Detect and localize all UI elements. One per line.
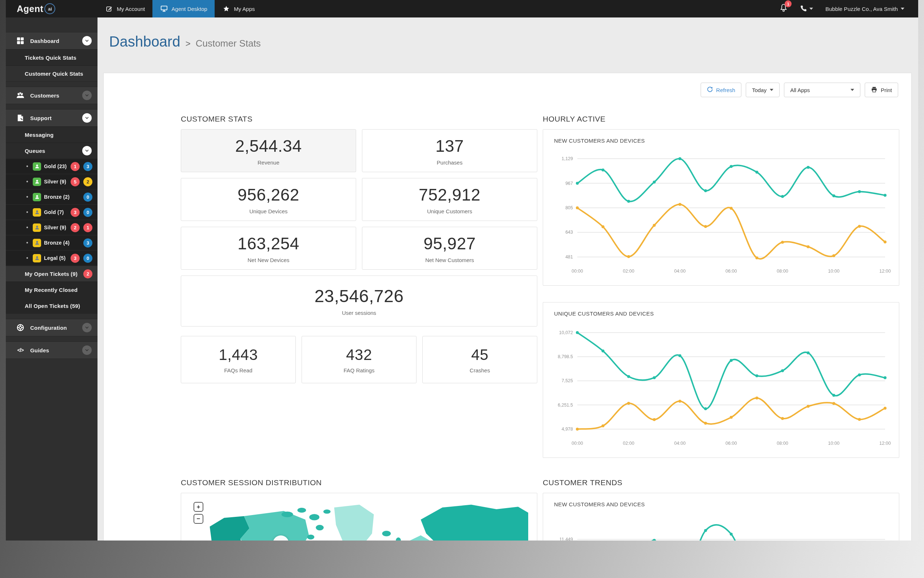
new-customers-devices-panel: NEW CUSTOMERS AND DEVICES 4816438059671,… [543,129,899,286]
stat-card-net-new-customers[interactable]: 95,927 Net New Customers [362,227,537,270]
sidebar-item-label: Dashboard [30,38,59,44]
sidebar-item-my-open-tickets[interactable]: My Open Tickets (9) 2 [6,266,97,282]
sidebar-item-label: Tickets Quick Stats [25,55,76,61]
sidebar-item-guides[interactable]: </> Guides [6,341,97,359]
sidebar-queue-legal-5[interactable]: • Legal (5) 3 0 [6,250,97,266]
queue-label: Bronze (2) [44,194,70,200]
stat-card-unique-devices[interactable]: 956,262 Unique Devices [181,178,356,221]
svg-text:11,449: 11,449 [560,537,573,541]
support-doc-icon [16,114,25,122]
sidebar-item-all-open-tickets[interactable]: All Open Tickets (59) [6,298,97,314]
sidebar-item-customer-quick-stats[interactable]: Customer Quick Stats [6,65,97,81]
tab-my-apps[interactable]: My Apps [215,0,262,18]
sidebar-queue-silver-9[interactable]: • Silver (9) 5 2 [6,174,97,189]
refresh-button[interactable]: Refresh [701,83,742,97]
svg-text:10:00: 10:00 [828,441,839,446]
sidebar-item-support[interactable]: Support [6,109,97,127]
tab-my-account[interactable]: My Account [97,0,152,18]
notifications-button[interactable]: 1 [780,4,788,14]
chevron-circle-icon[interactable] [82,91,92,100]
chevron-circle-icon[interactable] [82,323,92,332]
sidebar-queue-gold-23[interactable]: • Gold (23) 1 3 [6,159,97,174]
green-app-icon [33,178,41,186]
sidebar-queue-silver-9b[interactable]: • Silver (9) 2 1 [6,220,97,235]
svg-text:10,072: 10,072 [559,330,573,335]
svg-text:00:00: 00:00 [571,269,583,274]
yellow-app-icon [33,239,41,247]
svg-text:12:00: 12:00 [879,441,890,446]
navbar-right: 1 Bubble Puzzle Co., Ava Smith [780,0,918,18]
sidebar-queue-gold-7[interactable]: • Gold (7) 3 0 [6,205,97,220]
stat-card-faqs-read[interactable]: 1,443 FAQs Read [181,336,296,383]
stat-card-user-sessions[interactable]: 23,546,726 User sessions [181,276,537,326]
sidebar-item-label: Customers [30,93,59,99]
stat-card-faq-ratings[interactable]: 432 FAQ Ratings [302,336,416,383]
sidebar-item-customers[interactable]: Customers [6,87,97,104]
tab-agent-desktop[interactable]: Agent Desktop [152,0,215,18]
queue-badge: 3 [83,239,92,247]
svg-text:643: 643 [565,230,573,235]
svg-text:04:00: 04:00 [674,441,685,446]
unique-customers-devices-panel: UNIQUE CUSTOMERS AND DEVICES 4,9786,251.… [543,302,899,458]
logo-text: Agent [17,4,43,14]
svg-text:805: 805 [565,205,573,210]
stat-card-net-new-devices[interactable]: 163,254 Net New Devices [181,227,356,270]
bell-icon [780,7,788,13]
svg-text:04:00: 04:00 [674,269,685,274]
sidebar-item-messaging[interactable]: Messaging [6,127,97,143]
breadcrumb-separator: > [186,39,191,49]
stat-card-purchases[interactable]: 137 Purchases [362,129,537,172]
line-chart-trends: 11,44900:0002:0004:0006:0008:0010:0012:0… [552,511,891,541]
sidebar-queue-bronze-2[interactable]: • Bronze (2) 0 [6,189,97,205]
ticket-badge: 2 [83,270,92,278]
svg-text:12:00: 12:00 [879,269,890,274]
tab-label: My Account [117,6,145,12]
bullet-icon: • [26,209,30,216]
stat-card-unique-customers[interactable]: 752,912 Unique Customers [362,178,537,221]
phone-menu-button[interactable] [800,4,813,13]
svg-text:06:00: 06:00 [725,441,737,446]
sidebar-item-label: My Recently Closed [25,287,78,293]
svg-text:8,798.5: 8,798.5 [558,354,573,359]
svg-text:00:00: 00:00 [571,441,583,446]
apps-select[interactable]: All Apps [784,83,860,97]
app-logo[interactable]: Agent ai [6,0,97,18]
chevron-circle-icon[interactable] [82,113,92,123]
sidebar-item-configuration[interactable]: Configuration [6,319,97,336]
queue-label: Gold (23) [44,164,66,169]
sidebar-item-label: My Open Tickets (9) [25,271,78,277]
map-zoom-in-button[interactable]: + [194,502,203,512]
line-chart-unique-customers: 4,9786,251.57,5258,798.510,07200:0002:00… [552,320,891,448]
chevron-down-icon [901,8,905,10]
sidebar-item-queues[interactable]: Queues [6,143,97,159]
chevron-circle-icon[interactable] [82,346,92,355]
sidebar-item-dashboard[interactable]: Dashboard [6,32,97,49]
stat-label: Purchases [437,159,463,166]
sidebar-item-my-recently-closed[interactable]: My Recently Closed [6,282,97,298]
date-range-button[interactable]: Today [746,83,780,97]
chart-title: NEW CUSTOMERS AND DEVICES [554,501,890,507]
svg-text:7,525: 7,525 [562,378,573,383]
phone-icon [800,4,807,13]
stat-card-revenue[interactable]: 2,544.34 Revenue [181,129,356,172]
stat-card-crashes[interactable]: 45 Crashes [422,336,537,383]
sidebar-queue-bronze-4[interactable]: • Bronze (4) 3 [6,235,97,250]
chevron-circle-icon[interactable] [82,146,92,156]
svg-text:6,251.5: 6,251.5 [558,403,573,408]
map-zoom-out-button[interactable]: − [194,514,203,524]
sidebar-item-tickets-quick-stats[interactable]: Tickets Quick Stats [6,49,97,65]
line-chart-new-customers: 4816438059671,12900:0002:0004:0006:0008:… [552,148,891,276]
trends-panel: NEW CUSTOMERS AND DEVICES 11,44900:0002:… [543,493,899,541]
stat-value: 23,546,726 [314,286,403,306]
account-label: Bubble Puzzle Co., Ava Smith [825,6,898,12]
account-menu[interactable]: Bubble Puzzle Co., Ava Smith [825,6,905,12]
print-button[interactable]: Print [865,83,898,97]
life-ring-icon [16,323,25,332]
sidebar-item-label: All Open Tickets (59) [25,303,80,309]
bullet-icon: • [26,179,30,185]
sidebar-item-label: Customer Quick Stats [25,71,83,77]
breadcrumb-dashboard-link[interactable]: Dashboard [109,34,180,50]
queue-badge: 3 [71,208,80,217]
printer-icon [871,86,877,94]
chevron-circle-icon[interactable] [82,36,92,45]
